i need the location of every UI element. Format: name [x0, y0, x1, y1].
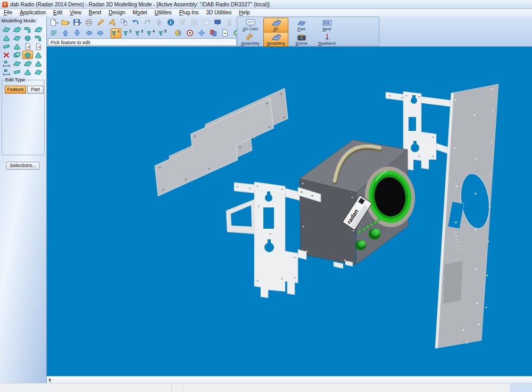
edit-feature-tool-icon[interactable] — [22, 51, 33, 59]
radio-knob-left[interactable] — [355, 240, 366, 251]
view-4-button[interactable]: 4 — [146, 28, 156, 38]
nav-left-button[interactable] — [84, 28, 94, 38]
left-sidebar: Modelling Mode: Edit Type Feature Part S… — [0, 16, 47, 383]
status-bar — [0, 383, 532, 392]
shaded-view-button[interactable] — [173, 28, 184, 38]
filter-button[interactable] — [177, 18, 188, 28]
dimension-tool-icon[interactable] — [1, 59, 12, 68]
elbow-tool-icon[interactable] — [33, 34, 44, 42]
mode-3d-button[interactable]: 3D — [263, 18, 288, 32]
menu-utilities[interactable]: Utilities — [151, 9, 176, 16]
pan-button[interactable] — [196, 28, 207, 38]
edit-attributes-button[interactable] — [107, 18, 118, 28]
radan-application-window: r dab Radio (Radan 2014 Demo) - Radan 3D… — [0, 0, 532, 392]
raise-tool-icon[interactable] — [12, 68, 22, 76]
table-button[interactable] — [201, 18, 211, 28]
info-button[interactable] — [165, 18, 176, 28]
status-segment — [171, 385, 183, 391]
new-button[interactable]: ▾ — [48, 18, 59, 28]
window-title: dab Radio (Radan 2014 Demo) - Radan 3D M… — [10, 2, 270, 7]
datum-tool-icon[interactable] — [1, 68, 12, 76]
toolbar-zone: ▾▾▾ 12345 Pick feature to edit 2D CAD3DP… — [47, 16, 532, 47]
press-tool-icon[interactable] — [1, 34, 12, 42]
dropdown-caret[interactable]: ▾ — [68, 21, 70, 24]
menu-view[interactable]: View — [66, 9, 85, 16]
menu-edit[interactable]: Edit — [49, 9, 66, 16]
standard-toolbar: ▾▾▾ — [48, 17, 259, 28]
tube-tool-icon[interactable] — [22, 25, 33, 34]
sweep-tool-icon[interactable] — [33, 59, 44, 68]
align-tool-icon[interactable] — [22, 68, 33, 76]
feature-toggle[interactable]: Feature — [5, 86, 26, 94]
wrap-tool-icon[interactable] — [22, 59, 33, 68]
delete-feature-tool-icon[interactable] — [1, 51, 12, 59]
toolbar-separator — [106, 29, 110, 37]
extrude-tool-icon[interactable] — [1, 25, 12, 34]
rod-tool-icon[interactable] — [1, 42, 12, 51]
view-5-button[interactable]: 5 — [157, 28, 168, 38]
menu-help[interactable]: Help — [235, 9, 254, 16]
menu-design[interactable]: Design — [105, 9, 129, 16]
prompt-text: Pick feature to edit — [51, 40, 90, 45]
import-feature-tool-icon[interactable] — [22, 42, 33, 51]
3d-viewport[interactable]: radan — [47, 47, 532, 376]
box-tool-icon[interactable] — [22, 34, 33, 42]
prompt-bar: Pick feature to edit — [48, 38, 237, 46]
join-tool-icon[interactable] — [12, 42, 22, 51]
menu-application[interactable]: Application — [16, 9, 49, 16]
export-feature-tool-icon[interactable] — [33, 42, 44, 51]
trim-tool-icon[interactable] — [12, 34, 22, 42]
menu-3d-utilities[interactable]: 3D Utilities — [203, 9, 236, 16]
corner-tool-icon[interactable] — [12, 59, 22, 68]
open-button[interactable]: ▾ — [60, 18, 71, 28]
replace-button[interactable] — [119, 18, 129, 28]
menu-file[interactable]: File — [0, 9, 16, 16]
print-button[interactable] — [84, 18, 94, 28]
link-feature-tool-icon[interactable] — [33, 51, 44, 59]
mode-nest-button[interactable]: Nest — [314, 18, 339, 32]
view-1-button[interactable]: 1 — [111, 28, 121, 38]
bend-tool-icon[interactable] — [12, 25, 22, 34]
nav-up-button[interactable] — [60, 28, 71, 38]
redo-button[interactable] — [142, 18, 153, 28]
target-button[interactable] — [185, 28, 195, 38]
modelling-mode-label: Modelling Mode: — [0, 16, 46, 23]
undo-button[interactable] — [130, 18, 141, 28]
swap-parts-button[interactable] — [208, 28, 219, 38]
shell-tool-icon[interactable] — [33, 25, 44, 34]
selections-button[interactable]: Selections... — [6, 162, 40, 170]
viewport-footer-strip — [47, 376, 532, 383]
nav-down-button[interactable] — [72, 28, 82, 38]
mode-button-block: 2D CAD3DPartNestAssemblyModellingSceneRa… — [237, 16, 379, 46]
nav-right-button[interactable] — [95, 28, 106, 38]
mark-tool-icon[interactable] — [33, 68, 44, 76]
menu-bend[interactable]: Bend — [85, 9, 105, 16]
modelling-tools-grid — [1, 25, 46, 76]
save-button[interactable]: ▾ — [72, 18, 82, 28]
menu-model[interactable]: Model — [129, 9, 151, 16]
part-toggle[interactable]: Part — [27, 86, 44, 94]
send-button[interactable] — [154, 18, 164, 28]
layers-button[interactable] — [189, 18, 200, 28]
edit-type-legend: Edit Type — [4, 77, 26, 82]
radio-knob-right[interactable] — [369, 229, 380, 240]
draw-button[interactable] — [95, 18, 106, 28]
user-button[interactable] — [224, 18, 235, 28]
mode-assembly-button[interactable]: Assembly — [238, 32, 263, 47]
mode-modelling-button[interactable]: Modelling — [263, 32, 288, 47]
view-3-button[interactable]: 3 — [134, 28, 145, 38]
menu-plugins[interactable]: Plug-Ins — [176, 9, 203, 16]
mode-2dcad-button[interactable]: 2D CAD — [238, 18, 263, 32]
mode-scene-button[interactable]: Scene — [289, 32, 314, 47]
bend-lines-button[interactable] — [48, 28, 59, 38]
dropdown-caret[interactable]: ▾ — [80, 21, 81, 24]
status-segment-right — [510, 383, 532, 392]
mode-part-button[interactable]: Part — [289, 18, 314, 32]
export-button[interactable] — [220, 28, 230, 38]
copy-feature-tool-icon[interactable] — [12, 51, 22, 59]
view-2-button[interactable]: 2 — [122, 28, 133, 38]
cursor-icon — [48, 378, 53, 382]
monitor-button[interactable] — [212, 18, 223, 28]
mode-radbend-button[interactable]: Radbend — [314, 32, 339, 47]
dropdown-caret[interactable]: ▾ — [56, 21, 58, 24]
